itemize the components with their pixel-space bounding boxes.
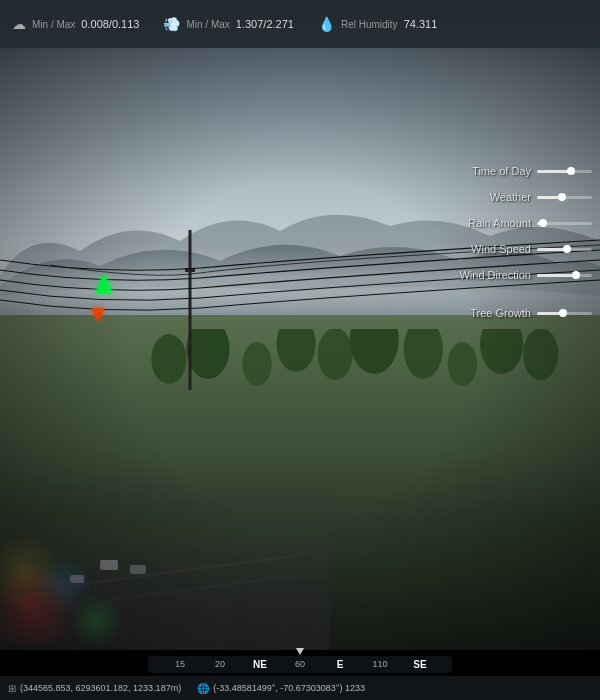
time-of-day-label: Time of Day	[472, 165, 531, 177]
humidity-value: 74.311	[404, 18, 438, 30]
figure-orange: ▼	[87, 301, 109, 327]
precipitation-icon: ☁	[12, 16, 26, 32]
wind-speed-row[interactable]: Wind Speed	[400, 238, 592, 260]
compass-triangle-indicator	[296, 648, 304, 655]
rain-amount-row[interactable]: Rain Amount	[400, 212, 592, 234]
compass-se: SE	[400, 659, 440, 670]
rain-amount-slider[interactable]	[537, 222, 592, 225]
humidity-icon: 💧	[318, 16, 335, 32]
tree-growth-label: Tree Growth	[470, 307, 531, 319]
wind-value: 1.307/2.271	[236, 18, 294, 30]
compass-bar: 15 20 NE 60 E 110 SE	[160, 659, 440, 670]
wind-direction-row[interactable]: Wind Direction	[400, 264, 592, 286]
precipitation-label: Min / Max	[32, 19, 75, 30]
compass-20: 20	[200, 659, 240, 669]
rain-amount-label: Rain Amount	[468, 217, 531, 229]
time-of-day-row[interactable]: Time of Day	[400, 160, 592, 182]
wind-item: 💨 Min / Max 1.307/2.271	[163, 16, 293, 32]
scene-viewport: ▲ ▼ ☁ Min / Max 0.008/0.113 💨 Min / Max …	[0, 0, 600, 700]
wind-icon: 💨	[163, 16, 180, 32]
compass-110: 110	[360, 659, 400, 669]
humidity-label: Rel Humidity	[341, 19, 398, 30]
grid-coords-item: ⊞ (344565.853, 6293601.182, 1233.187m)	[8, 683, 181, 694]
tree-growth-slider[interactable]	[537, 312, 592, 315]
compass-60: 60	[280, 659, 320, 669]
bottom-status-bar: ⊞ (344565.853, 6293601.182, 1233.187m) 🌐…	[0, 676, 600, 700]
globe-icon: 🌐	[197, 683, 209, 694]
weather-slider[interactable]	[537, 196, 592, 199]
figure-green: ▲	[90, 263, 118, 301]
weather-row[interactable]: Weather	[400, 186, 592, 208]
humidity-item: 💧 Rel Humidity 74.311	[318, 16, 437, 32]
wind-label: Min / Max	[186, 19, 229, 30]
compass-bar-container: 15 20 NE 60 E 110 SE	[0, 653, 600, 675]
geo-coords-value: (-33.48581499°, -70.67303083°) 1233	[213, 683, 365, 693]
geo-coords-item: 🌐 (-33.48581499°, -70.67303083°) 1233	[197, 683, 365, 694]
weather-label: Weather	[490, 191, 531, 203]
time-of-day-slider[interactable]	[537, 170, 592, 173]
grid-icon: ⊞	[8, 683, 16, 694]
wind-direction-label: Wind Direction	[459, 269, 531, 281]
precipitation-value: 0.008/0.113	[81, 18, 139, 30]
compass-15: 15	[160, 659, 200, 669]
wind-speed-label: Wind Speed	[471, 243, 531, 255]
compass-e: E	[320, 659, 360, 670]
wind-speed-slider[interactable]	[537, 248, 592, 251]
tree-growth-row[interactable]: Tree Growth	[400, 302, 592, 324]
color-spots	[0, 525, 160, 645]
precipitation-item: ☁ Min / Max 0.008/0.113	[12, 16, 139, 32]
compass-ne: NE	[240, 659, 280, 670]
top-info-bar: ☁ Min / Max 0.008/0.113 💨 Min / Max 1.30…	[0, 0, 600, 48]
grid-coords-value: (344565.853, 6293601.182, 1233.187m)	[20, 683, 181, 693]
weather-controls-panel: Time of Day Weather Rain Amount Wind Spe…	[400, 160, 600, 324]
wind-direction-slider[interactable]	[537, 274, 592, 277]
